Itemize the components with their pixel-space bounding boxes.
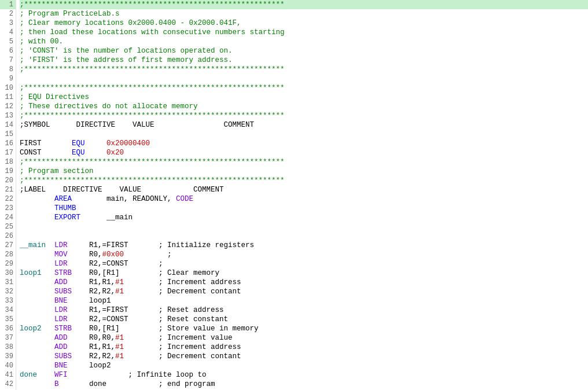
line-number: 40 bbox=[0, 361, 16, 370]
code-segment: done ; end program bbox=[59, 380, 215, 388]
code-line: FIRST EQU 0x20000400 bbox=[20, 139, 588, 148]
line-number: 6 bbox=[0, 46, 16, 56]
line-number: 14 bbox=[0, 120, 16, 130]
code-segment: loop2 bbox=[20, 325, 54, 333]
code-segment: R0,R0, bbox=[68, 334, 116, 342]
code-segment: ; Decrement contant bbox=[124, 352, 241, 360]
code-segment: #1 bbox=[115, 288, 124, 296]
code-segment: R1,=FIRST ; Initialize registers bbox=[68, 241, 255, 249]
code-segment: ;LABEL DIRECTIVE VALUE COMMENT bbox=[20, 186, 224, 194]
code-segment: SUBS bbox=[54, 288, 72, 296]
code-line: EXPORT __main bbox=[20, 213, 588, 222]
code-segment bbox=[20, 204, 54, 212]
code-editor: 1234567891011121314151617181920212223242… bbox=[0, 0, 588, 390]
code-segment: WFI bbox=[54, 371, 68, 379]
code-line: BNE loop2 bbox=[20, 361, 588, 370]
code-segment: ; 'FIRST' is the address of first memory… bbox=[20, 56, 233, 64]
line-number: 41 bbox=[0, 370, 16, 380]
code-line: SUBS R2,R2,#1 ; Decrement contant bbox=[20, 352, 588, 361]
code-line bbox=[20, 231, 588, 241]
code-segment: __main bbox=[80, 214, 133, 222]
code-segment: SUBS bbox=[54, 352, 72, 360]
code-line: THUMB bbox=[20, 204, 588, 213]
code-segment: ;***************************************… bbox=[20, 176, 285, 185]
code-segment: ; bbox=[124, 251, 172, 259]
code-segment bbox=[20, 251, 54, 259]
code-line: ADD R1,R1,#1 ; Increment address bbox=[20, 278, 588, 287]
code-segment: 0x20 bbox=[106, 149, 124, 157]
code-line: ; 'CONST' is the number of locations ope… bbox=[20, 46, 588, 56]
code-content[interactable]: ;***************************************… bbox=[16, 0, 588, 390]
code-segment: CONST bbox=[20, 149, 72, 157]
code-line: MOV R0,#0x00 ; bbox=[20, 250, 588, 259]
code-line: ;***************************************… bbox=[20, 65, 588, 74]
code-segment: __main bbox=[20, 241, 54, 249]
line-number: 30 bbox=[0, 268, 16, 278]
line-number: 24 bbox=[0, 213, 16, 222]
code-segment bbox=[85, 149, 107, 157]
code-segment: B bbox=[54, 380, 59, 388]
line-number: 21 bbox=[0, 185, 16, 194]
code-line: SUBS R2,R2,#1 ; Decrement contant bbox=[20, 287, 588, 296]
line-number: 31 bbox=[0, 278, 16, 287]
line-number: 12 bbox=[0, 102, 16, 111]
code-segment: R2,=CONST ; bbox=[68, 260, 163, 268]
code-segment: BNE bbox=[54, 362, 68, 370]
code-segment: LDR bbox=[54, 241, 68, 249]
code-segment bbox=[20, 352, 54, 360]
code-segment: ADD bbox=[54, 334, 68, 342]
code-segment: BNE bbox=[54, 297, 68, 305]
code-segment: ADD bbox=[54, 343, 68, 351]
code-segment: ;***************************************… bbox=[20, 65, 285, 73]
line-number: 28 bbox=[0, 250, 16, 259]
code-segment: ; These directives do not allocate memor… bbox=[20, 102, 198, 111]
code-line: ; 'FIRST' is the address of first memory… bbox=[20, 56, 588, 65]
code-segment: ;***************************************… bbox=[20, 112, 285, 120]
code-line: __main LDR R1,=FIRST ; Initialize regist… bbox=[20, 241, 588, 250]
code-segment bbox=[20, 334, 54, 342]
code-line: B done ; end program bbox=[20, 380, 588, 389]
code-segment: R1,R1, bbox=[68, 343, 116, 351]
line-number: 2 bbox=[0, 9, 16, 19]
code-segment: R1,=FIRST ; Reset address bbox=[68, 306, 224, 314]
code-segment: ; Increment address bbox=[124, 343, 241, 351]
code-segment: STRB bbox=[54, 325, 72, 333]
code-segment: R2,R2, bbox=[72, 288, 115, 296]
code-segment: 0x20000400 bbox=[106, 139, 150, 148]
code-segment: MOV bbox=[54, 251, 68, 259]
code-line: ; Program section bbox=[20, 167, 588, 176]
code-segment: CODE bbox=[176, 195, 193, 203]
code-segment: LDR bbox=[54, 260, 68, 268]
code-segment bbox=[85, 139, 107, 148]
code-line: ; Clear memory locations 0x2000.0400 - 0… bbox=[20, 19, 588, 28]
code-line: ;LABEL DIRECTIVE VALUE COMMENT bbox=[20, 185, 588, 194]
code-segment: loop1 bbox=[20, 269, 54, 277]
code-line: ; EQU Directives bbox=[20, 93, 588, 102]
code-segment: LDR bbox=[54, 315, 68, 323]
line-number: 13 bbox=[0, 111, 16, 120]
code-line: ADD R1,R1,#1 ; Increment address bbox=[20, 343, 588, 352]
code-segment: R0, bbox=[68, 251, 102, 259]
line-number: 32 bbox=[0, 287, 16, 296]
code-segment: ; Clear memory locations 0x2000.0400 - 0… bbox=[20, 19, 241, 27]
line-number: 22 bbox=[0, 194, 16, 204]
code-segment bbox=[20, 362, 54, 370]
code-segment: ; Increment address bbox=[124, 278, 241, 286]
code-segment: loop2 bbox=[68, 362, 111, 370]
code-line: loop2 STRB R0,[R1] ; Store value in memo… bbox=[20, 324, 588, 333]
line-number: 9 bbox=[0, 74, 16, 83]
code-segment: ;SYMBOL DIRECTIVE VALUE COMMENT bbox=[20, 121, 254, 129]
code-line: BNE loop1 bbox=[20, 296, 588, 306]
line-number: 33 bbox=[0, 296, 16, 306]
code-segment bbox=[20, 195, 54, 203]
line-number: 15 bbox=[0, 130, 16, 139]
code-segment: ; Program PracticeLab.s bbox=[20, 10, 120, 18]
code-segment: main, READONLY, bbox=[72, 195, 176, 203]
code-line: LDR R2,=CONST ; Reset constant bbox=[20, 315, 588, 324]
line-number-gutter: 1234567891011121314151617181920212223242… bbox=[0, 0, 16, 390]
code-line: done WFI ; Infinite loop to bbox=[20, 370, 588, 380]
code-segment bbox=[20, 343, 54, 351]
line-number: 27 bbox=[0, 241, 16, 250]
line-number: 5 bbox=[0, 37, 16, 46]
line-number: 42 bbox=[0, 380, 16, 389]
